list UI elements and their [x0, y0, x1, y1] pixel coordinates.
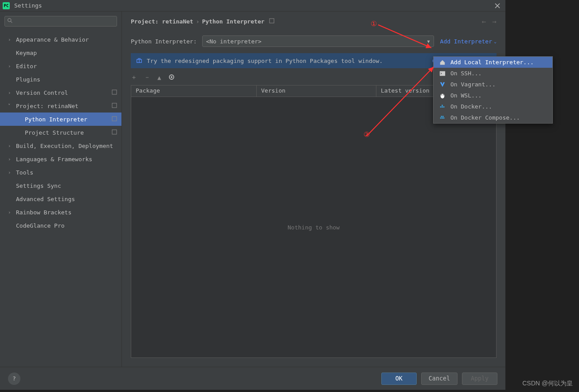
reset-icon[interactable] [269, 18, 274, 25]
nav-arrows: ← → [482, 17, 497, 26]
menu-item-label: On Docker... [450, 103, 492, 110]
app-icon: PC [3, 2, 10, 9]
interpreter-menu-item[interactable]: On Docker... [434, 101, 552, 112]
svg-point-14 [443, 94, 444, 95]
chevron-icon: › [8, 156, 11, 162]
gift-icon [136, 57, 142, 65]
tree-item-label: Python Interpreter [25, 116, 87, 123]
modified-icon [112, 89, 117, 96]
sidebar: ›Appearance & BehaviorKeymap›EditorPlugi… [0, 12, 122, 367]
tree-item[interactable]: Plugins [0, 73, 121, 86]
svg-rect-11 [440, 71, 445, 76]
add-interpreter-link[interactable]: Add Interpreter ⌄ [440, 38, 497, 45]
ok-button[interactable]: OK [381, 373, 417, 385]
tree-item-label: Tools [16, 169, 33, 176]
upgrade-package-button[interactable]: ▲ [157, 74, 161, 81]
help-button[interactable]: ? [8, 373, 20, 385]
tree-item-label: Version Control [16, 89, 68, 96]
chevron-icon: ˅ [8, 103, 11, 109]
breadcrumb: Project: retinaNet › Python Interpreter … [122, 12, 505, 31]
tree-item-label: Advanced Settings [16, 196, 75, 202]
menu-item-label: On SSH... [450, 70, 481, 77]
dockerc-icon [439, 114, 446, 121]
interpreter-menu-item[interactable]: On WSL... [434, 90, 552, 101]
modified-icon [112, 103, 117, 109]
nav-forward-button[interactable]: → [492, 17, 497, 26]
docker-icon [439, 103, 446, 110]
tree-item[interactable]: ›Languages & Frameworks [0, 152, 121, 166]
table-empty-state: Nothing to show [131, 97, 496, 357]
menu-item-label: On Docker Compose... [450, 114, 520, 121]
menu-item-label: On Vagrant... [450, 81, 496, 88]
interpreter-menu-item[interactable]: On Docker Compose... [434, 112, 552, 123]
tree-item-label: Rainbow Brackets [16, 209, 71, 216]
close-button[interactable] [492, 0, 503, 11]
svg-rect-6 [270, 19, 274, 23]
nav-back-button[interactable]: ← [482, 17, 486, 26]
tree-item-label: Build, Execution, Deployment [16, 143, 113, 149]
tree-item[interactable]: ›Build, Execution, Deployment [0, 139, 121, 152]
show-early-releases-button[interactable] [168, 74, 175, 82]
tree-item[interactable]: Settings Sync [0, 179, 121, 192]
chevron-icon: › [8, 37, 11, 43]
interpreter-menu-item[interactable]: On Vagrant... [434, 79, 552, 90]
cancel-button[interactable]: Cancel [421, 373, 458, 385]
add-package-button[interactable]: ＋ [131, 74, 137, 82]
interpreter-menu-item[interactable]: Add Local Interpreter... [434, 57, 552, 68]
svg-rect-2 [112, 90, 117, 94]
svg-rect-5 [112, 130, 117, 134]
tree-item[interactable]: ›Appearance & Behavior [0, 33, 121, 46]
tree-item-label: Editor [16, 63, 37, 70]
tree-item[interactable]: Project Structure [0, 126, 121, 139]
remove-package-button[interactable]: － [144, 74, 150, 82]
interpreter-label: Python Interpreter: [131, 38, 197, 45]
add-interpreter-menu: Add Local Interpreter...On SSH...On Vagr… [433, 56, 553, 124]
annotation-label-2: ② [364, 130, 370, 139]
column-package[interactable]: Package [131, 85, 257, 97]
tree-item[interactable]: Advanced Settings [0, 192, 121, 206]
svg-rect-3 [112, 103, 117, 108]
tree-item[interactable]: CodeGlance Pro [0, 219, 121, 232]
search-input[interactable] [4, 16, 117, 27]
tree-item-label: Appearance & Behavior [16, 36, 89, 43]
package-table: Package Version Latest version Nothing t… [131, 85, 497, 358]
tree-item[interactable]: Python Interpreter [0, 113, 121, 126]
chevron-icon: › [8, 170, 11, 175]
settings-window: PC Settings ›Appearance & BehaviorKeymap… [0, 0, 505, 390]
modified-icon [112, 129, 117, 136]
svg-rect-4 [112, 116, 117, 121]
interpreter-value: <No interpreter> [206, 38, 262, 45]
tree-item[interactable]: ˅Project: retinaNet [0, 99, 121, 113]
svg-rect-21 [443, 117, 445, 119]
breadcrumb-item: Python Interpreter [202, 18, 265, 25]
modified-icon [112, 116, 117, 123]
tree-item-label: Settings Sync [16, 182, 61, 189]
breadcrumb-separator: › [196, 18, 200, 25]
tree-item-label: Plugins [16, 76, 40, 83]
linux-icon [439, 92, 446, 99]
svg-point-0 [8, 19, 11, 22]
svg-rect-15 [440, 106, 442, 108]
svg-rect-16 [442, 106, 443, 108]
tree-item[interactable]: ›Editor [0, 59, 121, 73]
chevron-icon: › [8, 143, 11, 149]
tree-item-label: Project Structure [25, 129, 84, 136]
svg-rect-23 [442, 116, 444, 117]
column-version[interactable]: Version [257, 85, 376, 97]
svg-rect-18 [443, 106, 445, 108]
tree-item-label: CodeGlance Pro [16, 222, 65, 229]
tree-item[interactable]: ›Version Control [0, 86, 121, 99]
search-icon [7, 18, 13, 25]
tree-item[interactable]: ›Rainbow Brackets [0, 206, 121, 219]
svg-point-13 [441, 94, 442, 95]
menu-item-label: On WSL... [450, 92, 481, 99]
tree-item[interactable]: Keymap [0, 46, 121, 59]
tree-item[interactable]: ›Tools [0, 166, 121, 179]
svg-rect-20 [442, 117, 443, 119]
window-title: Settings [14, 2, 492, 9]
vagrant-icon [439, 81, 446, 88]
apply-button[interactable]: Apply [462, 373, 497, 385]
interpreter-menu-item[interactable]: On SSH... [434, 68, 552, 79]
interpreter-dropdown[interactable]: <No interpreter> ▼ [202, 35, 434, 47]
svg-rect-19 [440, 117, 442, 119]
